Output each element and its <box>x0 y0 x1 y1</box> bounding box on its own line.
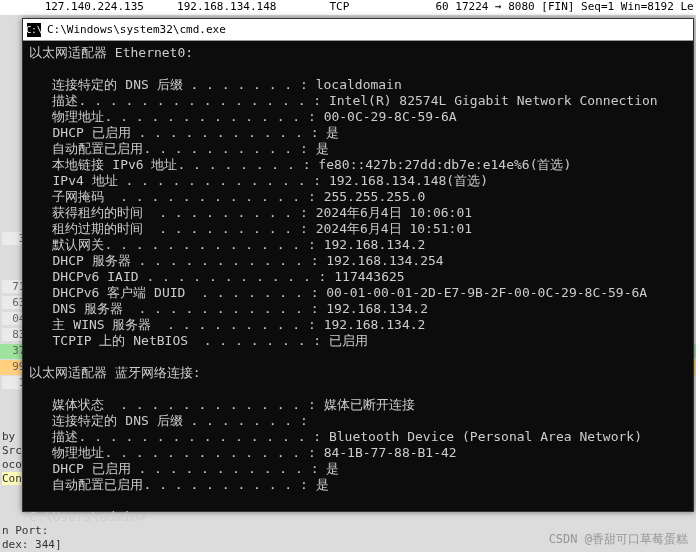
bg-bottom-line: Con <box>2 472 24 485</box>
bg-packet-row: 127.140.224.135 192.168.134.148 TCP 60 1… <box>0 0 696 15</box>
watermark: CSDN @香甜可口草莓蛋糕 <box>549 531 688 548</box>
bg-bottom-line: by <box>2 430 15 443</box>
titlebar[interactable]: C:\ C:\Windows\system32\cmd.exe <box>23 19 693 41</box>
bg-bottom-line: dex: 344] <box>2 538 62 551</box>
window-title: C:\Windows\system32\cmd.exe <box>47 23 226 36</box>
cmd-icon: C:\ <box>27 23 41 37</box>
bg-bottom-line: Src <box>2 444 22 457</box>
bg-bottom-line: oco <box>2 458 22 471</box>
console-output[interactable]: 以太网适配器 Ethernet0: 连接特定的 DNS 后缀 . . . . .… <box>23 41 693 529</box>
cmd-window: C:\ C:\Windows\system32\cmd.exe 以太网适配器 E… <box>22 18 694 512</box>
